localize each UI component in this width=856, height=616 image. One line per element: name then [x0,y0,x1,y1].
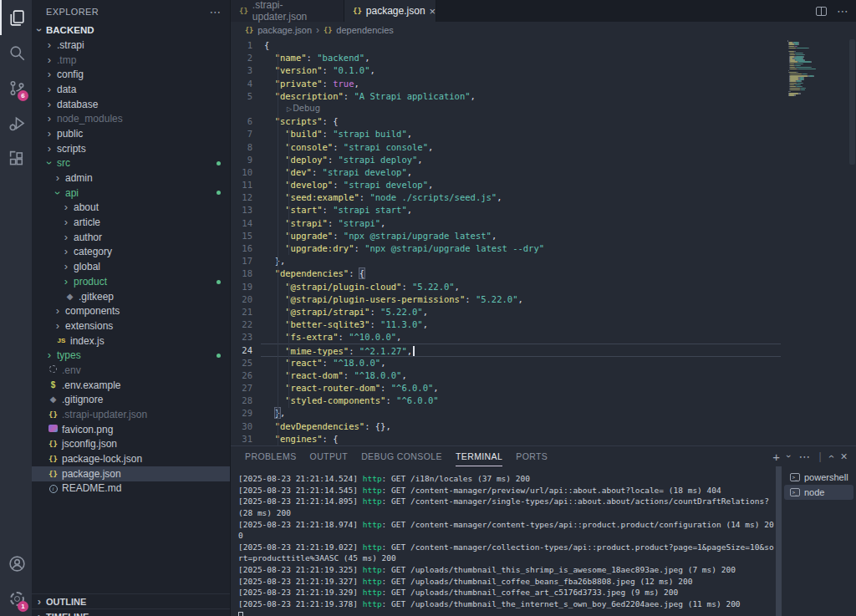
explorer-more-icon[interactable]: ⋯ [210,5,222,18]
code-line-14: 14 "strapi": "strapi", [231,217,856,230]
tree-item-favicon-png[interactable]: favicon.png [32,422,230,437]
breadcrumb: {} package.json › {} dependencies [231,22,856,38]
line-number: 5 [231,90,264,103]
line-number: 16 [231,242,264,255]
panel-tab-terminal[interactable]: TERMINAL [456,446,502,466]
tree-item-extensions[interactable]: ›extensions [32,318,230,333]
tree-item-src[interactable]: ›src [32,156,230,171]
chevron-right-icon: › [62,247,70,256]
tab-package-json[interactable]: {} package.json × [344,0,436,22]
panel-maximize-icon[interactable]: › [825,455,837,458]
line-number: 11 [231,179,264,191]
separator[interactable]: | [818,451,822,462]
tree-item-admin[interactable]: ›admin [32,171,230,186]
chevron-right-icon: › [62,262,70,271]
terminal-instance-label: powershell [804,472,848,482]
tree-item-product[interactable]: ›product [32,274,230,289]
tree-item-index-js[interactable]: JSindex.js [32,333,230,349]
code-line-5: 5 "description": "A Strapi application", [231,90,856,103]
chevron-right-icon: › [62,233,70,242]
terminal-cursor [238,612,243,616]
editor-scrollbar[interactable] [848,38,856,445]
run-debug-activity-button[interactable] [0,105,32,140]
scrollbar-thumb[interactable] [849,39,855,165]
split-editor-icon[interactable] [816,7,827,16]
code-line-16: 16 "upgrade:dry": "npx @strapi/upgrade l… [231,242,856,255]
tree-item-components[interactable]: ›components [32,303,230,318]
timeline-section-header[interactable]: › TIMELINE [32,608,230,616]
tree-item-label: api [65,187,79,199]
tab-strapi-updater-json[interactable]: {} .strapi-updater.json [231,0,344,22]
tree-item-database[interactable]: ›database [32,97,230,112]
terminal-instance-node[interactable]: >_node [784,485,853,500]
code-text: "private": true, [264,78,359,90]
tree-item--strapi-updater-json[interactable]: {}.strapi-updater.json [32,407,230,422]
tree-item-config[interactable]: ›config [32,67,230,82]
tree-item-public[interactable]: ›public [32,126,230,141]
tree-item-label: jsconfig.json [62,438,117,450]
tree-item-package-json[interactable]: {}package.json [32,466,230,481]
code-line-24: 24 "mime-types": "^2.1.27", [231,344,856,357]
tree-item-label: config [57,69,84,80]
tree-item-about[interactable]: ›about [32,201,230,216]
tree-item-types[interactable]: ›types [32,348,230,363]
code-line-25: 25 "react": "^18.0.0", [231,357,856,369]
tree-item-readme-md[interactable]: iREADME.md [32,481,230,496]
tree-item-global[interactable]: ›global [32,259,230,274]
chevron-right-icon: › [35,598,43,606]
panel-close-icon[interactable]: × [840,450,848,463]
outline-section-header[interactable]: › OUTLINE [32,593,230,608]
workspace-root-row[interactable]: › BACKEND [32,23,230,38]
tree-item-node-modules[interactable]: ›node_modules [32,111,230,126]
close-tab-icon[interactable]: × [430,6,436,17]
panel-tab-problems[interactable]: PROBLEMS [245,446,297,466]
extensions-activity-button[interactable] [0,140,32,176]
tree-item--env-example[interactable]: $.env.example [32,378,230,393]
codelens-debug[interactable]: ▷Debug [231,103,856,115]
editor-more-icon[interactable]: ⋯ [837,4,849,18]
panel-tab-debug-console[interactable]: DEBUG CONSOLE [361,446,442,466]
terminal-dropdown-chevron[interactable]: › [784,455,794,458]
minimap[interactable] [787,40,848,96]
tree-item--tmp[interactable]: ›.tmp [32,53,230,68]
tree-item--gitkeep[interactable]: ◆.gitkeep [32,289,230,304]
tree-item-author[interactable]: ›author [32,230,230,245]
explorer-activity-button[interactable] [0,0,32,35]
code-text: }, [264,255,285,267]
terminal-scrollbar[interactable] [776,466,782,616]
json-file-icon: {} [48,410,59,419]
code-editor[interactable]: 1{2 "name": "backend",3 "version": "0.1.… [231,38,856,445]
breadcrumb-item-symbol[interactable]: dependencies [336,25,394,35]
files-icon [8,9,26,27]
tree-item-jsconfig-json[interactable]: {}jsconfig.json [32,437,230,452]
tree-item--gitignore[interactable]: ◆.gitignore [32,393,230,408]
line-number: 8 [231,141,264,154]
panel-more-icon[interactable]: ⋯ [798,450,811,463]
panel-tab-ports[interactable]: PORTS [516,446,548,466]
terminal-instance-powershell[interactable]: >_powershell [784,470,853,485]
tree-item-category[interactable]: ›category [32,245,230,260]
tree-item-label: node_modules [57,113,123,125]
tree-item-package-lock-json[interactable]: {}package-lock.json [32,451,230,466]
new-terminal-button[interactable]: + [772,450,780,464]
tree-item--env[interactable]: .env [32,363,230,378]
code-line-15: 15 "upgrade": "npx @strapi/upgrade lates… [231,230,856,242]
terminal-output[interactable]: [2025-08-23 21:21:14.524] http: GET /i18… [231,466,784,616]
account-button[interactable] [0,546,32,581]
source-control-activity-button[interactable]: 6 [0,70,32,105]
tree-item-scripts[interactable]: ›scripts [32,141,230,156]
tree-item-data[interactable]: ›data [32,82,230,97]
code-line-10: 10 "dev": "strapi develop", [231,166,856,179]
chevron-right-icon: › [54,307,62,315]
panel-tab-output[interactable]: OUTPUT [310,446,349,466]
tree-item-label: global [74,261,100,272]
tree-item--strapi[interactable]: ›.strapi [32,38,230,53]
code-line-7: 7 "build": "strapi build", [231,128,856,140]
extensions-icon [8,150,26,167]
settings-button[interactable]: 1 [0,581,32,616]
breadcrumb-item-file[interactable]: package.json [257,25,312,35]
search-activity-button[interactable] [0,35,32,70]
code-line-3: 3 "version": "0.1.0", [231,64,856,77]
tree-item-article[interactable]: ›article [32,215,230,230]
tree-item-api[interactable]: ›api [32,186,230,201]
